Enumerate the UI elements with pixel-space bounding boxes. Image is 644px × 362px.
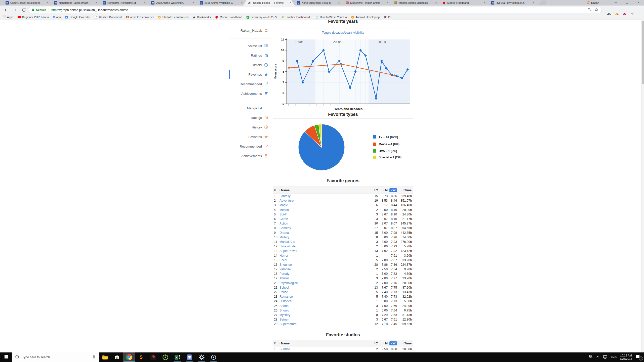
close-button[interactable]: ×: [633, 0, 644, 6]
tab-close-icon[interactable]: ×: [483, 1, 486, 5]
chevron-up-icon[interactable]: [596, 355, 600, 360]
sidebar-item-ratings[interactable]: Ratings: [229, 51, 271, 60]
sidebar-item-recommended[interactable]: Recommended: [229, 142, 271, 151]
people-icon[interactable]: [588, 355, 593, 360]
taskbar-app-settings-gear[interactable]: [195, 352, 208, 362]
col-weighted[interactable]: ▾W: [388, 341, 397, 345]
taskbar-app-store[interactable]: [111, 352, 123, 362]
sidebar-item-manga-list[interactable]: Manga list: [229, 103, 271, 113]
name-link[interactable]: Mecha: [279, 208, 289, 212]
apps-shortcut[interactable]: Apps: [3, 15, 13, 19]
bookmark-star-icon[interactable]: [594, 8, 598, 13]
taskbar-app-chrome[interactable]: [123, 352, 135, 362]
tab-close-icon[interactable]: ×: [532, 1, 535, 5]
name-link[interactable]: Supernatural: [279, 322, 297, 326]
sidebar-item-achievements[interactable]: Achievements: [229, 89, 271, 98]
sidebar-item-ratings[interactable]: Ratings: [229, 113, 271, 122]
name-link[interactable]: Sunrise: [279, 347, 290, 351]
col-completed[interactable]: ▴▾C: [359, 342, 378, 345]
name-link[interactable]: Historical: [279, 299, 292, 303]
taskbar-app-redapp[interactable]: [147, 352, 159, 362]
col-mean[interactable]: ▴▾M: [378, 189, 388, 192]
language-indicator[interactable]: ENG: [611, 356, 617, 359]
bookmark-item[interactable]: Google Calendar: [65, 16, 90, 19]
name-link[interactable]: Slice of Life: [279, 245, 296, 248]
name-link[interactable]: Sports: [279, 304, 289, 308]
name-link[interactable]: Super Power: [279, 249, 297, 253]
toggle-decades-link[interactable]: Toggle decades/years visibility: [273, 31, 413, 34]
col-completed[interactable]: ▴▾C: [359, 189, 378, 192]
browser-tab[interactable]: Mobile Broadband×: [437, 0, 489, 6]
name-link[interactable]: Magic: [279, 203, 288, 207]
browser-tab[interactable]: MKono Subarashii Sekai ni×: [292, 0, 343, 6]
col-name[interactable]: ▴▾Name: [279, 342, 359, 345]
taskbar-app-sublime[interactable]: S: [135, 352, 147, 362]
tab-close-icon[interactable]: ×: [289, 1, 292, 5]
taskbar-app-android-studio[interactable]: [159, 352, 171, 362]
name-link[interactable]: Game: [279, 217, 288, 221]
name-link[interactable]: Seinen: [279, 318, 289, 321]
name-link[interactable]: Military: [279, 236, 289, 239]
bookmark-item[interactable]: Gaaa: [53, 16, 61, 19]
sidebar-item-anime-list[interactable]: Anime list: [229, 41, 271, 51]
tab-close-icon[interactable]: ×: [46, 1, 49, 5]
taskbar-app-discord[interactable]: [183, 352, 195, 362]
profile-chip[interactable]: Rakan: [587, 0, 599, 6]
browser-tab[interactable]: M2018 Anime Watching C×: [195, 0, 246, 6]
browser-tab[interactable]: A+Rakan_Habab — Favorite×: [243, 0, 295, 6]
tab-close-icon[interactable]: ×: [143, 1, 146, 5]
bookmark-item[interactable]: Untitled Document: [94, 16, 122, 19]
name-link[interactable]: Comedy: [279, 226, 291, 230]
name-link[interactable]: Romance: [279, 295, 293, 298]
name-link[interactable]: School: [279, 286, 289, 289]
tab-close-icon[interactable]: ×: [240, 1, 244, 5]
sidebar-item-favorites[interactable]: Favorites: [229, 132, 271, 142]
minimize-button[interactable]: [610, 0, 621, 6]
taskbar-app-lens[interactable]: [208, 352, 220, 362]
forward-button[interactable]: [12, 7, 18, 13]
zoom-out-icon[interactable]: [587, 8, 591, 13]
browser-tab[interactable]: MNoragami (Noragami: St×: [98, 0, 149, 6]
name-link[interactable]: Adventure: [279, 199, 294, 202]
sidebar-item-recommended[interactable]: Recommended: [229, 79, 271, 89]
name-link[interactable]: Parody: [279, 272, 289, 276]
tab-close-icon[interactable]: ×: [386, 1, 389, 5]
bookmark-item[interactable]: Practice Dashboard |: [281, 16, 311, 19]
scrollbar[interactable]: [641, 20, 644, 352]
col-name[interactable]: ▴▾Name: [279, 189, 359, 192]
bookmark-item[interactable]: How to Wash Your Ha: [315, 16, 347, 19]
name-link[interactable]: Sci-Fi: [279, 213, 287, 216]
browser-tab[interactable]: MCode Geass: Boukoku no×: [1, 0, 52, 6]
col-time[interactable]: ▴▾Time: [397, 189, 412, 192]
name-link[interactable]: Drama: [279, 231, 289, 235]
name-link[interactable]: Horror: [279, 254, 288, 257]
name-link[interactable]: Shounen: [279, 263, 292, 266]
new-tab-button[interactable]: [539, 1, 547, 5]
taskbar-app-folder[interactable]: [99, 352, 111, 362]
maximize-button[interactable]: [621, 0, 633, 6]
tab-close-icon[interactable]: ×: [434, 1, 438, 5]
sidebar-item-favorites[interactable]: Favorites: [229, 70, 271, 79]
back-button[interactable]: [4, 7, 9, 13]
reload-button[interactable]: [21, 7, 27, 13]
bookmark-item[interactable]: Learn my words 2 - V: [246, 16, 277, 19]
microphone-icon[interactable]: [92, 355, 96, 360]
taskbar-clock[interactable]: 10:19 AM 3/28/2018: [620, 354, 632, 361]
browser-tab[interactable]: Mahou Shoujo Madoka★×: [389, 0, 440, 6]
sidebar-item-history[interactable]: History: [229, 122, 271, 132]
network-icon[interactable]: [603, 355, 607, 360]
browser-tab[interactable]: KissAnime - Watch anime×: [340, 0, 392, 6]
tab-close-icon[interactable]: ×: [192, 1, 195, 5]
tab-close-icon[interactable]: ×: [95, 1, 98, 5]
bookmark-item[interactable]: Android Developing: [351, 16, 380, 19]
bookmark-item[interactable]: arbic text converter: [126, 16, 154, 19]
name-link[interactable]: Fantasy: [279, 194, 291, 198]
bookmark-item[interactable]: Mobile Broadband: [215, 15, 242, 19]
sidebar-item-achievements[interactable]: Achievements: [229, 151, 271, 161]
name-link[interactable]: Psychological: [279, 281, 298, 285]
name-link[interactable]: Vampire: [279, 267, 291, 271]
sidebar-item-history[interactable]: History: [229, 60, 271, 70]
browser-tab[interactable]: M2018 Anime Watching C×: [146, 0, 197, 6]
name-link[interactable]: Martial Arts: [279, 240, 295, 244]
start-button[interactable]: [0, 352, 12, 362]
